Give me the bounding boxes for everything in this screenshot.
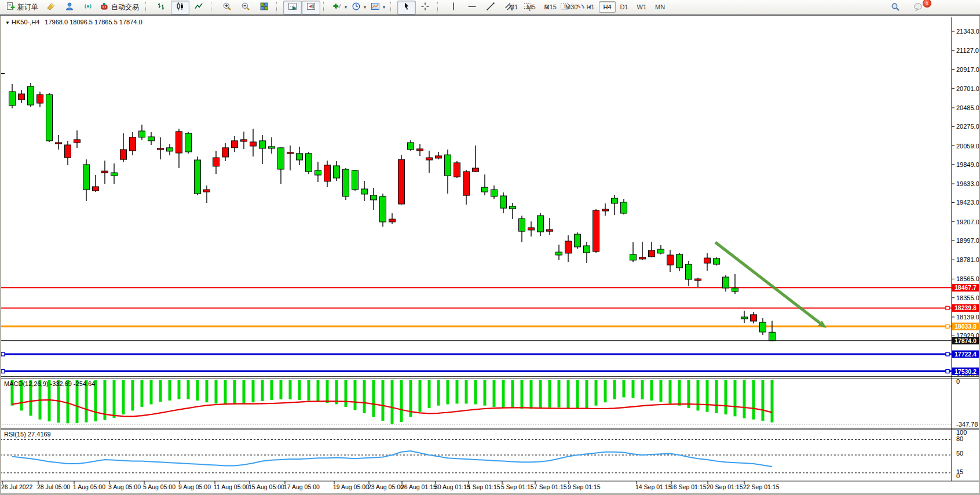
axis-price-label: 18033.8: [952, 323, 979, 330]
price-tick-label: 20917.0: [956, 66, 979, 73]
macd-bar: [715, 380, 718, 413]
timeframe-h4-button[interactable]: H4: [599, 1, 615, 13]
timeframe-d1-button[interactable]: D1: [616, 1, 632, 13]
chart-shift-button[interactable]: [302, 1, 320, 14]
signals-button[interactable]: [79, 1, 97, 14]
macd-bar: [187, 380, 190, 399]
macd-bar: [456, 380, 459, 403]
toolbar-separator: [323, 2, 328, 13]
macd-bar: [623, 380, 626, 398]
time-tick-label: 11 Aug 05:00: [214, 483, 249, 490]
templates-button[interactable]: ▾: [368, 1, 387, 14]
styler-button[interactable]: [42, 1, 60, 14]
zoom-out-button[interactable]: [236, 1, 255, 14]
macd-bar: [131, 380, 134, 410]
macd-bar: [586, 380, 588, 408]
macd-bar: [641, 380, 644, 399]
macd-bar: [270, 380, 273, 400]
candlestick-chart-button[interactable]: [171, 1, 189, 14]
macd-bar: [632, 380, 635, 398]
auto-trading-button-label: 自动交易: [111, 2, 140, 12]
macd-bar: [752, 380, 755, 420]
macd-bar: [530, 380, 533, 409]
macd-bar: [122, 380, 125, 414]
timeframe-m5-button[interactable]: M5: [522, 1, 539, 13]
profile-button[interactable]: [60, 1, 79, 14]
price-tick-label: 18997.0: [956, 237, 979, 244]
axis-price-label: 17722.4: [952, 351, 979, 358]
svg-text:18239.8: 18239.8: [955, 304, 977, 311]
toolbar-separator: [390, 2, 395, 13]
axis-price-label: 18239.8: [952, 304, 979, 312]
search-icon: [891, 2, 900, 13]
timeframe-w1-button[interactable]: W1: [633, 1, 651, 13]
new-order-button[interactable]: 新订单: [3, 1, 42, 14]
periods-button[interactable]: ▾: [349, 1, 368, 14]
main-toolbar: 新订单自动交易▾▾▾EFAT▾: [0, 0, 980, 16]
template-icon: [371, 2, 380, 13]
svg-text:17874.0: 17874.0: [955, 337, 977, 344]
macd-bar: [539, 380, 542, 408]
macd-bar: [326, 380, 329, 403]
macd-bar: [252, 380, 255, 402]
time-tick-label: 20 Sep 01:15: [707, 483, 743, 490]
cursor-button[interactable]: [397, 1, 416, 14]
macd-bar: [734, 380, 737, 416]
macd-bar: [224, 380, 227, 405]
trendline-button[interactable]: [481, 1, 500, 14]
autoscroll-icon: [288, 2, 297, 13]
zoom-in-button[interactable]: [218, 1, 236, 14]
axis-price-label: 17530.2: [952, 367, 979, 375]
crosshair-button[interactable]: [416, 1, 434, 14]
timeframe-toolbar: M1M5M15M30H1H4D1W1MN: [505, 1, 669, 13]
timeframe-mn-button[interactable]: MN: [651, 1, 669, 13]
time-tick-label: 30 Aug 01:15: [434, 483, 470, 490]
signal-icon: [83, 2, 93, 13]
indicators-button[interactable]: ▾: [330, 1, 349, 14]
auto-trading-button[interactable]: 自动交易: [97, 1, 142, 14]
price-tick-label: 18139.0: [956, 314, 979, 321]
price-tick-label: 20059.0: [956, 143, 979, 150]
macd-bar: [465, 380, 468, 403]
vertical-line-button[interactable]: [444, 1, 463, 14]
notifications-button[interactable]: 1: [909, 1, 928, 14]
bar-chart-button[interactable]: [152, 1, 171, 14]
macd-bar: [567, 380, 570, 408]
symbol-dropdown-icon[interactable]: ▼: [5, 20, 10, 26]
toolbar-separator: [211, 2, 215, 13]
timeframe-m1-button[interactable]: M1: [505, 1, 522, 13]
time-tick-label: 14 Sep 01:15: [635, 483, 672, 490]
timeframe-m30-button[interactable]: M30: [561, 1, 582, 13]
clock-icon: [352, 2, 361, 13]
chart-window[interactable]: 21343.021127.020917.020701.020485.020275…: [0, 16, 980, 495]
macd-bar: [196, 380, 199, 401]
svg-text:18033.8: 18033.8: [955, 323, 977, 330]
linechart-icon: [194, 2, 203, 13]
macd-bar: [354, 380, 357, 410]
macd-indicator-label: MACD(12,26,9) -332.69 -254.64: [4, 380, 95, 387]
trendline-icon: [486, 2, 495, 13]
toolbar-separator: [276, 2, 281, 13]
svg-text:18467.7: 18467.7: [955, 284, 977, 291]
price-tick-label: 20701.0: [956, 85, 979, 92]
macd-bar: [317, 380, 320, 402]
svg-text:80: 80: [956, 435, 963, 442]
timeframe-h1-button[interactable]: H1: [582, 1, 598, 13]
macd-bar: [215, 380, 218, 403]
toolbar-separator: [145, 2, 150, 13]
line-chart-button[interactable]: [189, 1, 208, 14]
macd-bar: [261, 380, 264, 401]
ohlc-readout: 17968.0 18096.5 17865.5 17874.0: [45, 19, 142, 26]
svg-text:17530.2: 17530.2: [955, 368, 977, 375]
horizontal-line-button[interactable]: [463, 1, 481, 14]
search-button[interactable]: [886, 1, 905, 14]
profile-icon: [65, 2, 74, 13]
auto-scroll-button[interactable]: [283, 1, 302, 14]
macd-bar: [113, 380, 116, 418]
tile-windows-button[interactable]: [255, 1, 273, 14]
candles-icon: [175, 2, 185, 13]
timeframe-m15-button[interactable]: M15: [540, 1, 561, 13]
axis-price-label: 18467.7: [952, 284, 979, 292]
time-tick-label: 16 Sep 01:15: [670, 483, 707, 490]
macd-bar: [521, 380, 524, 409]
